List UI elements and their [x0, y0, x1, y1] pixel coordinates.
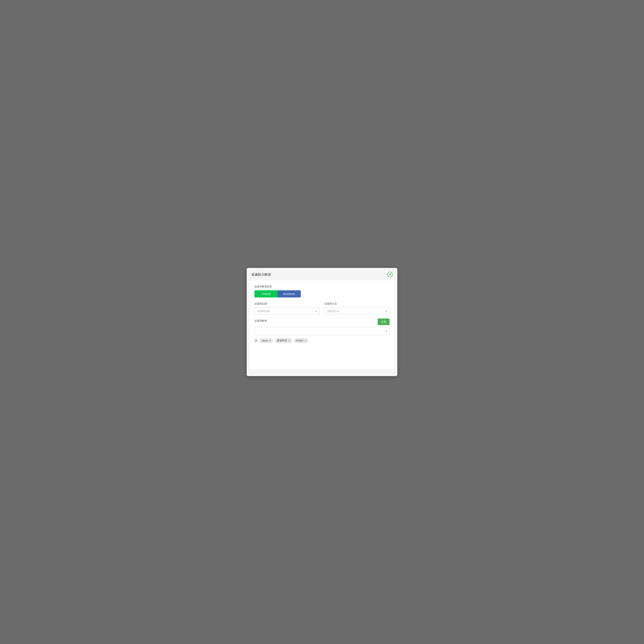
account-select-wrapper: ▼: [254, 327, 390, 335]
tag-very1: Very1 ×: [259, 338, 273, 343]
branch-select[interactable]: 請選擇分店: [324, 308, 390, 315]
delete-all-icon[interactable]: 🗑: [254, 339, 258, 343]
tag-very1-remove[interactable]: ×: [269, 339, 271, 342]
account-select[interactable]: [254, 327, 390, 335]
close-icon: ✕: [389, 273, 391, 276]
modal-overlay: 過濾顯示帳號 ✕ 請選擇帳號類型 LINE@ facebook 請選擇品牌: [0, 0, 644, 644]
branch-label: 請選擇分店: [324, 302, 390, 306]
account-section-header: 請選擇帳號 全選: [254, 319, 390, 325]
modal-title: 過濾顯示帳號: [251, 272, 271, 277]
brand-group: 請選擇品牌 請選擇品牌 ▼: [254, 302, 320, 315]
branch-group: 請選擇分店 請選擇分店 ▼: [324, 302, 390, 315]
account-type-toggle: LINE@ facebook: [254, 290, 301, 297]
account-type-label: 請選擇帳號類型: [254, 285, 390, 288]
tag-ifaratech: 愛發科技 ×: [275, 338, 292, 343]
account-section: 請選擇帳號 全選 ▼ 🗑 Very1 ×: [254, 319, 390, 343]
filter-modal: 過濾顯示帳號 ✕ 請選擇帳號類型 LINE@ facebook 請選擇品牌: [247, 268, 397, 376]
modal-body: 請選擇帳號類型 LINE@ facebook 請選擇品牌 請選擇品牌 ▼: [250, 280, 394, 369]
tab-facebook[interactable]: facebook: [278, 290, 301, 297]
brand-branch-row: 請選擇品牌 請選擇品牌 ▼ 請選擇分店 請選擇分店 ▼: [254, 302, 390, 315]
account-label: 請選擇帳號: [254, 319, 267, 323]
tag-very1-label: Very1: [262, 339, 268, 342]
modal-header: 過濾顯示帳號 ✕: [247, 268, 397, 280]
brand-label: 請選擇品牌: [254, 302, 320, 306]
tag-ifaratech-label: 愛發科技: [277, 339, 287, 342]
tab-line[interactable]: LINE@: [254, 290, 278, 297]
tag-ifdev: IFDEV ×: [294, 338, 308, 343]
branch-select-wrapper: 請選擇分店 ▼: [324, 308, 390, 315]
tag-ifdev-remove[interactable]: ×: [305, 339, 306, 342]
tag-ifaratech-remove[interactable]: ×: [288, 339, 290, 342]
tag-ifdev-label: IFDEV: [296, 339, 303, 342]
close-button[interactable]: ✕: [387, 272, 393, 277]
tags-row: 🗑 Very1 × 愛發科技 × IFDEV ×: [254, 338, 390, 343]
brand-select-wrapper: 請選擇品牌 ▼: [254, 308, 320, 315]
select-all-button[interactable]: 全選: [378, 319, 390, 325]
brand-select[interactable]: 請選擇品牌: [254, 308, 320, 315]
account-type-section: 請選擇帳號類型 LINE@ facebook: [254, 285, 390, 297]
